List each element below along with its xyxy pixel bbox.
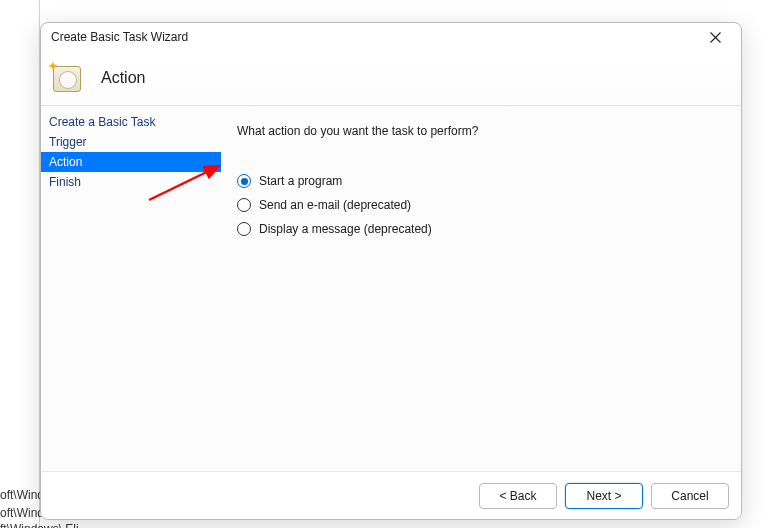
page-title: Action [101,69,145,87]
close-button[interactable] [699,23,731,51]
radio-label: Display a message (deprecated) [259,222,432,236]
radio-start-program[interactable]: Start a program [237,174,719,188]
sidebar-item-trigger[interactable]: Trigger [41,132,221,152]
wizard-icon: ✦ [49,60,85,96]
wizard-steps-sidebar: Create a Basic Task Trigger Action Finis… [41,106,221,471]
bg-path-text: ft\Windows\ Eli [0,522,79,528]
radio-label: Start a program [259,174,342,188]
sidebar-item-finish[interactable]: Finish [41,172,221,192]
radio-icon [237,222,251,236]
wizard-footer: < Back Next > Cancel [41,471,741,519]
cancel-button[interactable]: Cancel [651,483,729,509]
sidebar-item-action[interactable]: Action [41,152,221,172]
radio-display-message[interactable]: Display a message (deprecated) [237,222,719,236]
action-prompt: What action do you want the task to perf… [237,124,719,138]
radio-label: Send an e-mail (deprecated) [259,198,411,212]
dialog-title: Create Basic Task Wizard [51,30,188,44]
back-button[interactable]: < Back [479,483,557,509]
wizard-body: Create a Basic Task Trigger Action Finis… [41,105,741,471]
wizard-content: What action do you want the task to perf… [221,106,741,471]
radio-icon [237,174,251,188]
wizard-dialog: Create Basic Task Wizard ✦ Action Create… [40,22,742,520]
close-icon [710,32,721,43]
action-radio-group: Start a program Send an e-mail (deprecat… [237,174,719,236]
background-panel [0,0,40,528]
next-button[interactable]: Next > [565,483,643,509]
radio-icon [237,198,251,212]
wizard-header: ✦ Action [41,51,741,105]
titlebar: Create Basic Task Wizard [41,23,741,51]
sidebar-item-create-basic-task[interactable]: Create a Basic Task [41,112,221,132]
radio-send-email[interactable]: Send an e-mail (deprecated) [237,198,719,212]
